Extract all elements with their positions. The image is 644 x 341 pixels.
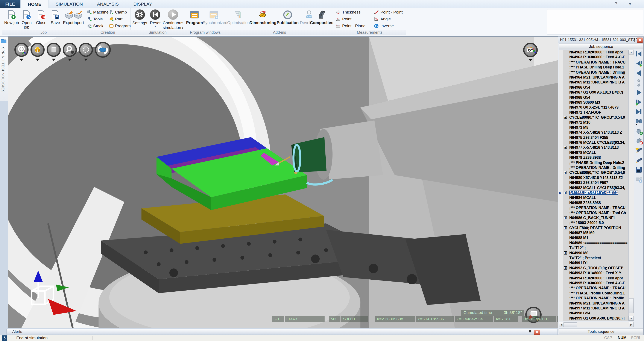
composites-button[interactable]: Composites xyxy=(310,10,333,25)
horizontal-scrollbar[interactable]: ◀ ▶ xyxy=(559,322,634,327)
gcode-line[interactable]: CYCLE800(0,"TC_GROB",0,54,0 xyxy=(559,170,628,175)
machine-button[interactable]: Machine xyxy=(87,9,108,16)
machine-3d-scene[interactable] xyxy=(8,37,558,328)
gcode-line[interactable]: T="T12" ; xyxy=(559,246,628,250)
dropdown-arrow-icon[interactable] xyxy=(52,58,56,61)
point-point-button[interactable]: Point - Point xyxy=(374,9,403,16)
gcode-line[interactable]: N64990 M6 xyxy=(559,251,628,256)
speed-control-button[interactable] xyxy=(634,78,643,87)
gcode-line[interactable]: N64974 X-57.4816 Y143.8113 Z xyxy=(559,130,628,135)
gcode-line[interactable]: N64967 G1 G90 A6.1813 B=DC( xyxy=(559,90,628,95)
remove-selection-button[interactable] xyxy=(634,136,643,145)
gcode-line[interactable]: N64968 G54 xyxy=(559,95,628,100)
reset-button[interactable]: Reset ▾ xyxy=(148,9,163,28)
gcode-line[interactable]: ;*** PHASE Drilling Deep Hole.1 xyxy=(559,65,628,70)
save-job-button[interactable]: Save xyxy=(48,10,63,25)
previous-tool-button[interactable] xyxy=(634,59,643,68)
gcode-line[interactable]: T="T2" ; Preselect xyxy=(559,256,628,260)
close-job-button[interactable]: Close xyxy=(34,10,49,25)
expand-icon[interactable] xyxy=(564,191,567,194)
alerts-pin-icon[interactable] xyxy=(528,330,532,334)
stock-button[interactable]: Stock xyxy=(87,23,104,29)
sidebar-tab-spring-technologies[interactable]: SPRING TECHNOLOGIES xyxy=(0,36,8,101)
horizontal-scroll-thumb[interactable] xyxy=(564,322,577,327)
gcode-line[interactable]: ;*** OPERATION NAME : TRACU xyxy=(559,60,628,65)
gcode-line[interactable]: N64972 M10 xyxy=(559,120,628,125)
gcode-line[interactable]: N64962 R102=3000 ; Feed appr xyxy=(559,50,628,55)
inverse-button[interactable]: Inverse xyxy=(374,23,394,29)
zoom-button[interactable] xyxy=(63,43,77,57)
gcode-line[interactable]: N64964 M21 ;UNCLAMPING A A xyxy=(559,75,628,80)
dimensioning-button[interactable]: Dimensioning xyxy=(250,10,276,25)
selection-button[interactable] xyxy=(79,43,93,57)
search-block-button[interactable] xyxy=(634,117,643,126)
continuous-simulation-button[interactable]: Continuous simulation xyxy=(162,9,184,30)
expand-icon[interactable] xyxy=(564,251,567,254)
dropdown-arrow-icon[interactable] xyxy=(84,58,88,61)
expand-icon[interactable] xyxy=(564,216,567,219)
skip-to-end-button[interactable] xyxy=(634,107,643,116)
gcode-line[interactable]: N64998 G54 xyxy=(559,311,628,316)
gcode-line[interactable]: N64966 G54 xyxy=(559,85,628,90)
new-job-button[interactable]: New job xyxy=(4,10,19,25)
gcode-line[interactable]: N64982 MCALL CYCLE83(93.34, xyxy=(559,186,628,190)
add-selection-button[interactable] xyxy=(634,126,643,136)
settings-button[interactable]: < line x1="24" y1="8" x2="24" y2="40"/> … xyxy=(131,9,148,25)
tab-file[interactable]: FILE xyxy=(0,0,20,8)
gcode-line[interactable]: N64996 M21 ;UNCLAMPING A A xyxy=(559,301,628,306)
dropdown-arrow-icon[interactable] xyxy=(36,58,40,61)
gcode-line[interactable]: N64978 MCALL xyxy=(559,150,628,155)
gcode-line[interactable]: ;*** OPERATION NAME : Profile xyxy=(559,296,628,301)
vertical-scroll-thumb[interactable] xyxy=(629,298,634,313)
save-result-button[interactable] xyxy=(634,165,643,174)
optimisation-button[interactable]: Optimisation xyxy=(227,10,250,25)
gcode-line[interactable]: ;*** OPERATION NAME : TRACU xyxy=(559,205,628,210)
gcode-line[interactable]: ;*** OPERATION NAME : Drilling xyxy=(559,165,628,170)
gcode-line[interactable]: N64991 D1 xyxy=(559,260,628,266)
vertical-scrollbar[interactable]: ▲ ▼ xyxy=(628,50,634,321)
gcode-line[interactable]: CYCLE800(0,"TC_GROB",0,54,0 xyxy=(559,115,628,120)
gcode-line[interactable]: N64986 G_BACK_TUNNEL xyxy=(559,216,628,220)
gcode-line[interactable]: ;*** PHASE Drilling Deep Hole.2 xyxy=(559,160,628,165)
simulation-viewport[interactable]: Cumulated time 0h 58' 18" G0FMAXM3S3600X… xyxy=(8,36,558,328)
gcode-line[interactable]: N64975 Z93.3404 F355 xyxy=(559,135,628,140)
gcode-line[interactable]: N64971 TRAFOOF xyxy=(559,110,628,115)
skip-to-start-button[interactable] xyxy=(634,49,643,58)
gcode-line[interactable]: N64979 Z236.8938 xyxy=(559,155,628,160)
next-tool-button[interactable] xyxy=(634,98,643,107)
machine-simulation-button[interactable] xyxy=(634,175,643,184)
gcode-line[interactable]: ;*** OPERATION NAME : TRACU xyxy=(559,286,628,290)
collapse-ribbon-icon[interactable]: ▾ xyxy=(626,1,634,6)
thickness-button[interactable]: Thickness xyxy=(336,9,361,16)
gcode-line[interactable]: N64965 M11 ;UNCLAMPING B A xyxy=(559,80,628,85)
gcode-line[interactable]: CYCLE800; RESET POSITION xyxy=(559,226,628,230)
reset-dropdown-arrow[interactable]: ▾ xyxy=(148,25,163,28)
gcode-line[interactable]: ;*** 18003-24004-5.0 xyxy=(559,220,628,225)
scroll-left-button[interactable]: ◀ xyxy=(559,322,564,327)
gcode-line[interactable]: N64981 Z93.3404 F507 xyxy=(559,180,628,185)
solid-view-button[interactable] xyxy=(30,43,45,57)
program-window-button[interactable]: Program xyxy=(186,10,203,25)
camera-view-button[interactable] xyxy=(523,43,538,57)
gcode-line[interactable]: ▶N64983 X57.4816 Y143.8113 xyxy=(559,190,628,195)
tools-button[interactable]: Tools xyxy=(87,16,102,22)
gcode-line[interactable]: N64963 R103=6000 ; Feed A-C-E xyxy=(559,55,628,60)
synchronized-window-button[interactable]: Synchronized xyxy=(203,10,225,25)
gcode-line[interactable]: N64984 MCALL xyxy=(559,195,628,200)
expand-icon[interactable] xyxy=(564,266,567,270)
tab-display[interactable]: DISPLAY xyxy=(126,0,160,8)
scroll-up-button[interactable]: ▲ xyxy=(628,50,634,54)
dropdown-arrow-icon[interactable] xyxy=(68,58,72,61)
expand-icon[interactable] xyxy=(564,116,567,119)
expand-icon[interactable] xyxy=(564,171,567,174)
expand-icon[interactable] xyxy=(564,146,567,149)
point-button[interactable]: Point xyxy=(336,16,352,22)
gcode-line[interactable]: N64995 R103=6000 ; Feed A-C-E xyxy=(559,281,628,286)
gcode-line[interactable]: ;*** OPERATION NAME : Tool Ch xyxy=(559,210,628,216)
gcode-line[interactable]: N64977 X-57.4816 Y143.8113 xyxy=(559,145,628,150)
dropdown-arrow-icon[interactable] xyxy=(528,59,532,62)
gcode-line[interactable]: N64985 Z236.8938 xyxy=(559,200,628,205)
clamp-button[interactable]: Clamp xyxy=(109,9,127,16)
gcode-line[interactable]: N64993 R101=8000 ; Feed X-Y- xyxy=(559,270,628,276)
gcode-line[interactable]: N64970 G0 X-254. Y117.4679 xyxy=(559,105,628,110)
